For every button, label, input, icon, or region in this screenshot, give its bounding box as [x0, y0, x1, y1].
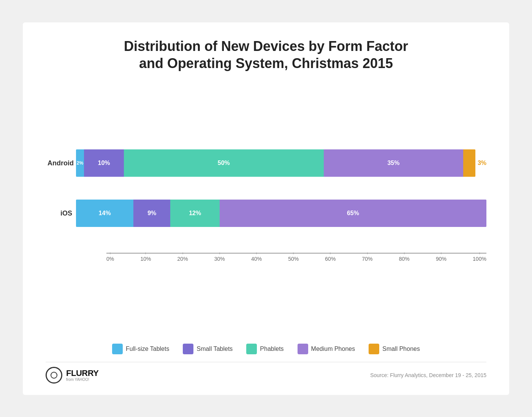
- phablets-label: Phablets: [260, 346, 283, 352]
- legend-medium-phones: Medium Phones: [298, 344, 355, 354]
- x-tick-9: 90%: [436, 256, 446, 262]
- flurry-logo-text-group: FLURRY from YAHOO!: [66, 368, 98, 382]
- x-axis: 0% 10% 20% 30% 40% 50% 60% 70% 80% 90% 1…: [106, 253, 486, 262]
- android-small-tablets-segment: 10%: [84, 149, 124, 177]
- flurry-logo: FLURRY from YAHOO!: [46, 367, 98, 384]
- x-tick-7: 70%: [362, 256, 373, 262]
- android-small-phones-segment: [463, 149, 475, 177]
- phablets-swatch: [246, 344, 257, 354]
- flurry-logo-inner: [51, 372, 57, 379]
- x-tick-6: 60%: [325, 256, 336, 262]
- small-phones-swatch: [369, 344, 379, 354]
- android-phablets-segment: 50%: [124, 149, 323, 177]
- source-text: Source: Flurry Analytics, December 19 - …: [370, 372, 486, 378]
- x-tick-10: 100%: [473, 256, 486, 262]
- footer: FLURRY from YAHOO! Source: Flurry Analyt…: [46, 362, 486, 384]
- legend-small-tablets: Small Tablets: [183, 344, 233, 354]
- medium-phones-label: Medium Phones: [311, 346, 355, 352]
- x-tick-8: 80%: [399, 256, 410, 262]
- small-tablets-swatch: [183, 344, 193, 354]
- medium-phones-swatch: [298, 344, 308, 354]
- android-label: Android: [48, 159, 72, 167]
- android-small-phones-label: 3%: [478, 160, 486, 166]
- fullsize-tablets-label: Full-size Tablets: [126, 346, 169, 352]
- flurry-logo-circle: [46, 367, 62, 384]
- x-tick-4: 40%: [251, 256, 262, 262]
- ios-fullsize-segment: 14%: [76, 200, 133, 227]
- x-tick-0: 0%: [106, 256, 114, 262]
- android-medium-phones-segment: 35%: [324, 149, 464, 177]
- flurry-sub: from YAHOO!: [66, 377, 98, 382]
- x-tick-1: 10%: [140, 256, 151, 262]
- small-phones-label: Small Phones: [382, 346, 420, 352]
- chart-title: Distribution of New Devices by Form Fact…: [46, 38, 486, 72]
- legend-phablets: Phablets: [246, 344, 283, 354]
- ios-bar-group: iOS 14% 9% 12% 65%: [76, 200, 486, 227]
- ios-label: iOS: [48, 209, 72, 217]
- small-tablets-label: Small Tablets: [196, 346, 233, 352]
- ios-bar-track: 14% 9% 12% 65%: [76, 200, 486, 227]
- chart-container: Android 2% 10% 50% 35%: [46, 149, 486, 262]
- flurry-name: FLURRY: [66, 368, 98, 378]
- legend: Full-size Tablets Small Tablets Phablets…: [46, 340, 486, 354]
- chart-card: Distribution of New Devices by Form Fact…: [23, 22, 509, 395]
- legend-fullsize-tablets: Full-size Tablets: [112, 344, 169, 354]
- ios-phablets-segment: 12%: [170, 200, 220, 227]
- android-fullsize-segment: 2%: [76, 149, 84, 177]
- x-tick-5: 50%: [288, 256, 299, 262]
- chart-area: Android 2% 10% 50% 35%: [46, 83, 486, 328]
- ios-small-tablets-segment: 9%: [133, 200, 170, 227]
- legend-small-phones: Small Phones: [369, 344, 420, 354]
- x-tick-2: 20%: [177, 256, 188, 262]
- x-tick-3: 30%: [214, 256, 225, 262]
- android-bar-group: Android 2% 10% 50% 35%: [76, 149, 486, 177]
- fullsize-tablets-swatch: [112, 344, 123, 354]
- ios-medium-phones-segment: 65%: [220, 200, 486, 227]
- android-bar-track: 2% 10% 50% 35%: [76, 149, 475, 177]
